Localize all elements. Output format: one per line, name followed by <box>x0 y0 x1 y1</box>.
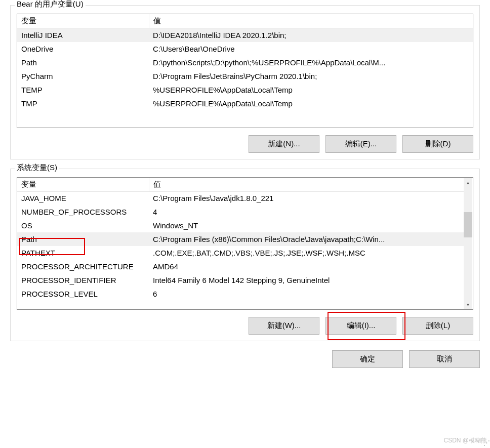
cell-value: D:\IDEA2018\IntelliJ IDEA 2020.1.2\bin; <box>149 28 473 42</box>
table-row[interactable]: JAVA_HOMEC:\Program Files\Java\jdk1.8.0_… <box>17 191 464 205</box>
cell-value: AMD64 <box>149 260 464 273</box>
scroll-down-icon[interactable]: ▾ <box>464 300 472 309</box>
table-row[interactable]: PathD:\python\Scripts\;D:\python\;%USERP… <box>17 56 473 69</box>
table-row[interactable]: PathC:\Program Files (x86)\Common Files\… <box>17 232 464 246</box>
system-vars-table-wrap: 变量 值 JAVA_HOMEC:\Program Files\Java\jdk1… <box>17 177 473 310</box>
table-row[interactable]: TMP%USERPROFILE%\AppData\Local\Temp <box>17 97 473 110</box>
cell-variable: PROCESSOR_ARCHITECTURE <box>17 260 149 273</box>
user-group-title: Bear 的用户变量(U) <box>15 0 86 9</box>
cell-variable: TMP <box>17 97 149 110</box>
resize-grip-icon[interactable]: ⋰ <box>483 441 490 448</box>
cell-value: 6 <box>149 287 464 301</box>
system-group-title: 系统变量(S) <box>15 163 59 173</box>
cell-variable: Path <box>17 232 149 246</box>
cell-variable: IntelliJ IDEA <box>17 28 149 42</box>
cell-value: .COM;.EXE;.BAT;.CMD;.VBS;.VBE;.JS;.JSE;.… <box>149 246 464 260</box>
system-new-button[interactable]: 新建(W)... <box>249 317 319 335</box>
system-vars-table[interactable]: 变量 值 JAVA_HOMEC:\Program Files\Java\jdk1… <box>17 178 464 301</box>
system-delete-button[interactable]: 删除(L) <box>402 317 473 335</box>
cell-variable: TEMP <box>17 83 149 97</box>
table-row[interactable]: PROCESSOR_IDENTIFIERIntel64 Family 6 Mod… <box>17 273 464 287</box>
cell-value: D:\Program Files\JetBrains\PyCharm 2020.… <box>149 69 473 83</box>
cell-value: Windows_NT <box>149 219 464 232</box>
user-delete-button[interactable]: 删除(D) <box>402 135 473 153</box>
cell-value: %USERPROFILE%\AppData\Local\Temp <box>149 83 473 97</box>
cell-value: C:\Users\Bear\OneDrive <box>149 42 473 56</box>
table-row[interactable]: PROCESSOR_LEVEL6 <box>17 287 464 301</box>
cell-value: %USERPROFILE%\AppData\Local\Temp <box>149 97 473 110</box>
user-header-value[interactable]: 值 <box>149 14 473 28</box>
cell-variable: Path <box>17 56 149 69</box>
system-variables-group: 系统变量(S) 变量 值 JAVA_HOMEC:\Program Files\J… <box>10 169 480 341</box>
system-scrollbar[interactable]: ▴ ▾ <box>464 178 472 309</box>
user-new-button[interactable]: 新建(N)... <box>249 135 319 153</box>
system-edit-button[interactable]: 编辑(I)... <box>325 317 396 335</box>
cell-value: D:\python\Scripts\;D:\python\;%USERPROFI… <box>149 56 473 69</box>
scroll-track[interactable] <box>464 187 472 300</box>
scroll-up-icon[interactable]: ▴ <box>464 178 472 187</box>
table-row[interactable]: PROCESSOR_ARCHITECTUREAMD64 <box>17 260 464 273</box>
table-row[interactable]: TEMP%USERPROFILE%\AppData\Local\Temp <box>17 83 473 97</box>
cell-variable: PyCharm <box>17 69 149 83</box>
user-header-variable[interactable]: 变量 <box>17 14 149 28</box>
cell-variable: PROCESSOR_LEVEL <box>17 287 149 301</box>
cell-variable: OS <box>17 219 149 232</box>
system-header-value[interactable]: 值 <box>149 178 464 192</box>
table-row[interactable]: PyCharmD:\Program Files\JetBrains\PyChar… <box>17 69 473 83</box>
cancel-button[interactable]: 取消 <box>409 350 480 368</box>
cell-value: C:\Program Files\Java\jdk1.8.0_221 <box>149 191 464 205</box>
scroll-thumb[interactable] <box>464 212 472 237</box>
table-row[interactable]: NUMBER_OF_PROCESSORS4 <box>17 205 464 219</box>
table-row[interactable]: OSWindows_NT <box>17 219 464 232</box>
cell-variable: OneDrive <box>17 42 149 56</box>
system-header-variable[interactable]: 变量 <box>17 178 149 192</box>
user-variables-group: Bear 的用户变量(U) 变量 值 IntelliJ IDEAD:\IDEA2… <box>10 5 480 159</box>
cell-value: 4 <box>149 205 464 219</box>
cell-variable: PROCESSOR_IDENTIFIER <box>17 273 149 287</box>
table-row[interactable]: IntelliJ IDEAD:\IDEA2018\IntelliJ IDEA 2… <box>17 28 473 42</box>
table-row[interactable]: PATHEXT.COM;.EXE;.BAT;.CMD;.VBS;.VBE;.JS… <box>17 246 464 260</box>
user-vars-table-wrap: 变量 值 IntelliJ IDEAD:\IDEA2018\IntelliJ I… <box>17 14 473 128</box>
table-row[interactable]: OneDriveC:\Users\Bear\OneDrive <box>17 42 473 56</box>
user-vars-table[interactable]: 变量 值 IntelliJ IDEAD:\IDEA2018\IntelliJ I… <box>17 14 473 110</box>
cell-value: C:\Program Files (x86)\Common Files\Orac… <box>149 232 464 246</box>
cell-variable: PATHEXT <box>17 246 149 260</box>
watermark-text: CSDN @模糊熊 <box>443 436 487 445</box>
ok-button[interactable]: 确定 <box>332 350 403 368</box>
cell-variable: JAVA_HOME <box>17 191 149 205</box>
cell-variable: NUMBER_OF_PROCESSORS <box>17 205 149 219</box>
cell-value: Intel64 Family 6 Model 142 Stepping 9, G… <box>149 273 464 287</box>
user-edit-button[interactable]: 编辑(E)... <box>325 135 396 153</box>
